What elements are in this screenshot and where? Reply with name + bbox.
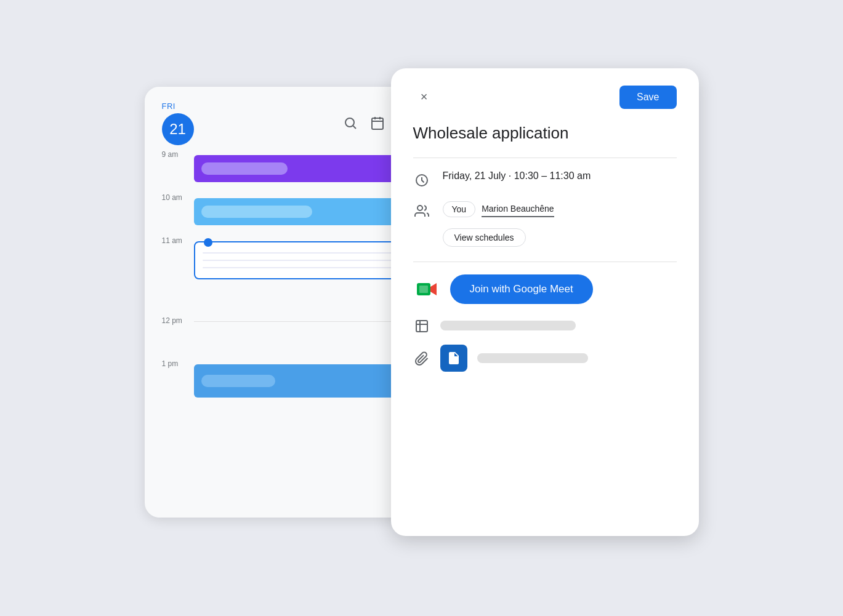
datetime-row: Friday, 21 July · 10:30 – 11:30 am xyxy=(413,170,677,189)
attendees-section: You Marion Beauchêne View schedules xyxy=(413,201,677,247)
svg-point-7 xyxy=(417,206,422,210)
clock-icon xyxy=(413,172,430,189)
day-number: 21 xyxy=(162,113,194,145)
attendee-chip-you: You xyxy=(443,201,476,217)
svg-rect-12 xyxy=(416,321,427,332)
location-row xyxy=(413,316,677,335)
attendee-chip-marion: Marion Beauchêne xyxy=(482,201,554,217)
time-label-11am: 11 am xyxy=(162,236,194,245)
notes-row xyxy=(413,345,677,372)
time-label-9am: 9 am xyxy=(162,150,194,159)
events-10am xyxy=(194,198,423,225)
time-label-12pm: 12 pm xyxy=(162,316,194,325)
svg-rect-11 xyxy=(419,286,428,293)
svg-point-0 xyxy=(345,118,354,127)
detail-header: × Save xyxy=(413,86,677,109)
selected-event[interactable] xyxy=(194,241,423,279)
detail-card: × Save Wholesale application Friday, 21 … xyxy=(391,68,699,536)
notes-placeholder xyxy=(477,353,588,363)
meet-row: Join with Google Meet xyxy=(413,274,677,304)
search-icon[interactable] xyxy=(342,114,359,132)
event-bar-purple[interactable] xyxy=(194,155,423,182)
svg-rect-2 xyxy=(372,118,383,129)
attendees-icon xyxy=(413,202,430,220)
event-bar-blue-medium[interactable] xyxy=(194,364,423,398)
location-placeholder xyxy=(440,321,576,330)
chips-row: You Marion Beauchêne xyxy=(443,201,554,217)
divider-1 xyxy=(413,158,677,158)
join-meet-button[interactable]: Join with Google Meet xyxy=(450,274,593,304)
drag-handle-top[interactable] xyxy=(204,238,212,247)
events-9am xyxy=(194,155,423,182)
event-title: Wholesale application xyxy=(413,124,677,143)
save-button[interactable]: Save xyxy=(619,86,676,109)
attachment-icon xyxy=(413,350,430,367)
location-icon xyxy=(413,318,430,335)
events-11am xyxy=(194,241,423,279)
time-label-10am: 10 am xyxy=(162,193,194,202)
events-1pm xyxy=(194,364,423,398)
event-bar-blue-light[interactable] xyxy=(194,198,423,225)
datetime-text: Friday, 21 July · 10:30 – 11:30 am xyxy=(443,170,591,181)
docs-icon xyxy=(440,345,467,372)
attendees-chips: You Marion Beauchêne View schedules xyxy=(443,201,554,247)
events-12pm xyxy=(194,321,423,322)
day-label: FRI xyxy=(162,102,194,111)
google-meet-logo xyxy=(413,276,440,303)
view-schedules-button[interactable]: View schedules xyxy=(443,228,526,247)
svg-marker-9 xyxy=(430,283,437,295)
time-label-1pm: 1 pm xyxy=(162,359,194,368)
divider-2 xyxy=(413,262,677,262)
svg-line-1 xyxy=(353,126,356,129)
calendar-icon[interactable] xyxy=(369,114,386,132)
close-button[interactable]: × xyxy=(413,86,435,108)
